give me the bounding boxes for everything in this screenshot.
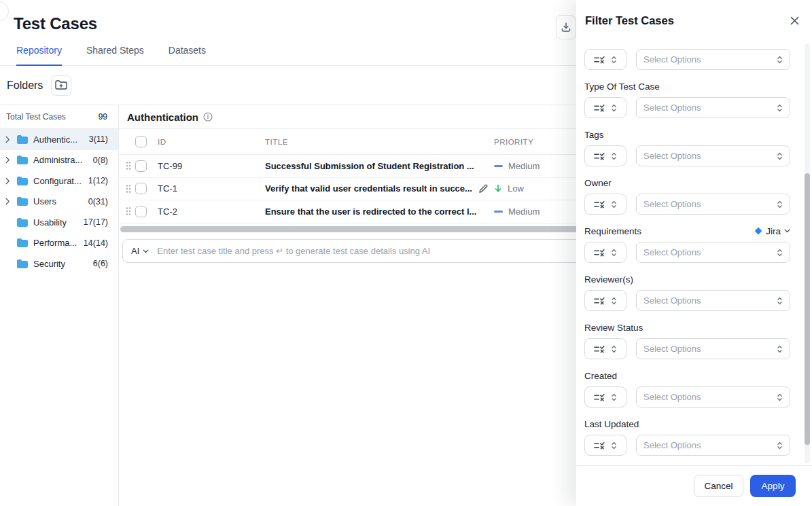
- section-title: Authentication: [127, 111, 198, 123]
- filter-field: Tags: [584, 129, 790, 166]
- ai-mode-dropdown[interactable]: AI: [131, 246, 149, 256]
- folder-item[interactable]: Users 0(31): [0, 192, 118, 213]
- test-case-title-cell[interactable]: Ensure that the user is redirected to th…: [265, 206, 494, 217]
- filter-select[interactable]: Select Options: [636, 290, 790, 311]
- filter-operator-button[interactable]: [584, 194, 626, 215]
- match-exclude-icon: [594, 393, 606, 402]
- updown-chevron-icon: [777, 441, 783, 450]
- test-case-id[interactable]: TC-99: [158, 161, 265, 171]
- vertical-scrollbar-thumb[interactable]: [805, 173, 810, 445]
- row-checkbox[interactable]: [135, 160, 147, 172]
- filter-select[interactable]: Select Options: [636, 242, 790, 263]
- export-button[interactable]: [556, 15, 576, 39]
- updown-chevron-icon: [777, 200, 783, 209]
- filter-select[interactable]: Select Options: [636, 194, 790, 215]
- drag-handle[interactable]: [126, 184, 135, 194]
- updown-chevron-icon: [777, 151, 783, 161]
- filter-select[interactable]: Select Options: [636, 386, 790, 408]
- row-checkbox[interactable]: [135, 206, 147, 217]
- filter-panel-title: Filter Test Cases: [585, 14, 674, 27]
- tab-shared-steps[interactable]: Shared Steps: [86, 45, 144, 66]
- test-case-title[interactable]: Successful Submission of Student Registr…: [265, 161, 474, 171]
- filter-select[interactable]: Select Options: [636, 145, 790, 166]
- filter-select[interactable]: Select Options: [636, 435, 790, 456]
- column-header-id[interactable]: ID: [158, 138, 265, 146]
- updown-chevron-icon: [777, 344, 783, 354]
- chevron-right-icon[interactable]: [5, 177, 10, 185]
- test-case-id[interactable]: TC-1: [158, 183, 265, 194]
- test-case-title[interactable]: Verify that valid user credentials resul…: [265, 183, 472, 194]
- row-checkbox[interactable]: [135, 183, 147, 194]
- test-case-title-cell[interactable]: Verify that valid user credentials resul…: [265, 183, 494, 194]
- priority-low-icon: [494, 184, 502, 193]
- folder-item[interactable]: Usability 17(17): [0, 212, 118, 233]
- filter-select-placeholder: Select Options: [643, 440, 701, 450]
- chevron-right-icon[interactable]: [5, 198, 10, 205]
- folder-item[interactable]: Security 6(6): [0, 253, 118, 274]
- filter-select[interactable]: Select Options: [636, 97, 790, 118]
- filter-operator-button[interactable]: [584, 49, 626, 70]
- test-case-id[interactable]: TC-2: [158, 206, 265, 217]
- folder-list: Authentic... 3(11) Administra... 0(8): [0, 129, 118, 274]
- filter-field-label: Owner: [584, 178, 612, 188]
- updown-chevron-icon: [611, 296, 617, 306]
- test-case-title[interactable]: Ensure that the user is redirected to th…: [265, 206, 476, 217]
- folder-item[interactable]: Configurat... 1(12): [0, 170, 118, 192]
- filter-select[interactable]: Select Options: [636, 338, 790, 359]
- folder-icon: [17, 135, 28, 144]
- chevron-right-icon[interactable]: [5, 136, 10, 143]
- tab-datasets[interactable]: Datasets: [169, 45, 206, 66]
- folder-item[interactable]: Authentic... 3(11): [0, 129, 118, 150]
- column-header-title[interactable]: TITLE: [265, 138, 494, 146]
- filter-operator-button[interactable]: [584, 242, 626, 263]
- filter-field: Created: [584, 370, 790, 408]
- updown-chevron-icon: [611, 248, 617, 257]
- folder-icon: [17, 238, 28, 247]
- select-all-checkbox[interactable]: [135, 136, 147, 147]
- filter-field-label: Type Of Test Case: [584, 82, 660, 92]
- filter-operator-button[interactable]: [584, 97, 626, 118]
- filter-field-label: Created: [584, 371, 617, 381]
- filter-field: Review Status: [584, 322, 790, 359]
- filter-operator-button[interactable]: [584, 435, 626, 456]
- folders-sidebar: Total Test Cases 99 Authentic... 3(11): [0, 105, 119, 506]
- vertical-scrollbar[interactable]: [805, 43, 810, 463]
- add-folder-button[interactable]: [51, 75, 71, 96]
- filter-operator-button[interactable]: [584, 290, 626, 311]
- ai-mode-label: AI: [131, 246, 139, 256]
- close-panel-button[interactable]: [788, 14, 801, 27]
- folder-count: 17(17): [81, 217, 108, 227]
- updown-chevron-icon: [777, 393, 783, 402]
- filter-operator-button[interactable]: [584, 386, 626, 408]
- chevron-down-icon: [784, 229, 790, 233]
- drag-handle[interactable]: [126, 161, 135, 170]
- filter-field: Reviewer(s): [584, 274, 790, 311]
- info-icon[interactable]: [203, 112, 213, 122]
- priority-medium-icon: [494, 211, 503, 213]
- folder-count: 0(31): [86, 197, 108, 206]
- integration-selector[interactable]: Jira: [754, 226, 790, 236]
- drag-handle[interactable]: [126, 206, 135, 216]
- filter-select[interactable]: Select Options: [636, 49, 790, 70]
- folder-icon: [17, 218, 28, 227]
- tab-repository[interactable]: Repository: [16, 45, 62, 66]
- apply-button[interactable]: Apply: [750, 475, 796, 497]
- edit-pencil-icon[interactable]: [478, 184, 488, 194]
- match-exclude-icon: [594, 151, 606, 161]
- cancel-button[interactable]: Cancel: [694, 475, 743, 497]
- priority-label: Medium: [508, 161, 540, 171]
- folder-item[interactable]: Performa... 14(14): [0, 233, 118, 254]
- filter-select-placeholder: Select Options: [643, 151, 701, 161]
- filter-panel-footer: Cancel Apply: [576, 465, 812, 506]
- integration-label: Jira: [766, 226, 781, 236]
- chevron-right-icon[interactable]: [5, 156, 10, 164]
- filter-operator-button[interactable]: [584, 338, 626, 359]
- total-test-cases-label: Total Test Cases: [6, 112, 66, 122]
- filter-select-placeholder: Select Options: [643, 54, 701, 65]
- filter-field-label: Requirements: [584, 226, 641, 236]
- folder-name: Users: [33, 196, 56, 206]
- folder-icon: [17, 259, 28, 268]
- folder-item[interactable]: Administra... 0(8): [0, 150, 118, 171]
- test-case-title-cell[interactable]: Successful Submission of Student Registr…: [265, 161, 494, 171]
- filter-operator-button[interactable]: [584, 145, 626, 166]
